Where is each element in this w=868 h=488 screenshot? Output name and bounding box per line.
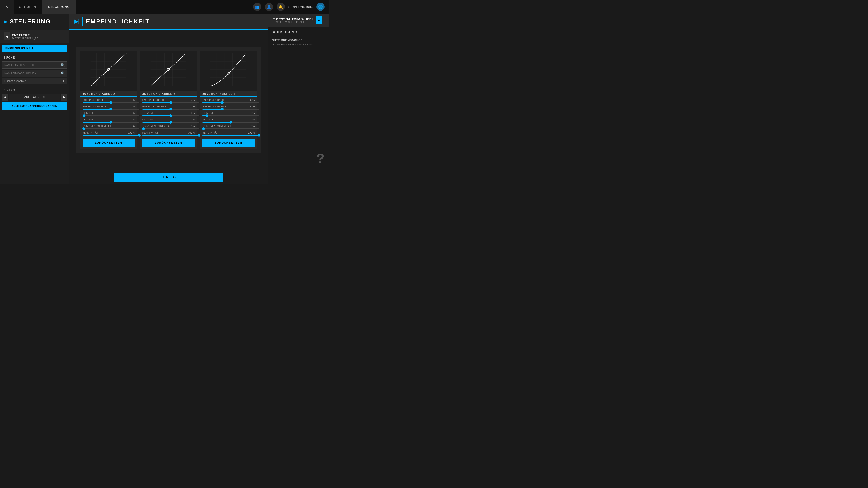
axis-z-chart xyxy=(200,51,257,91)
modal-header-title: EMPFINDLICHKEIT xyxy=(86,18,150,25)
slider-fill xyxy=(83,109,111,109)
slider-empf-plus-z[interactable] xyxy=(202,109,259,109)
modal-overlay: ▶| EMPFINDLICHKEIT xyxy=(69,13,268,184)
slider-thumb[interactable] xyxy=(83,114,86,117)
axis-z-panel: JOYSTICK R-ACHSE Z EMPFINDLICHKEIT - -30… xyxy=(200,51,257,149)
slider-empf-plus-x[interactable] xyxy=(83,109,139,109)
axis-y-params: EMPFINDLICHKEIT - 0 % EMPFINDLICHKEIT + … xyxy=(140,98,197,137)
help-question-mark[interactable]: ? xyxy=(316,151,324,166)
slider-fill xyxy=(83,135,139,136)
profile-name: TASTATUR xyxy=(12,33,38,37)
globe-icon-button[interactable]: 🌐 xyxy=(316,3,324,11)
sidebar-title-label: STEUERUNG xyxy=(10,18,51,25)
param-totzoneext-row: TOTZONENEXTREMITÄT 0 % xyxy=(80,124,137,128)
slider-neutral-x[interactable] xyxy=(83,122,139,123)
svg-point-8 xyxy=(107,68,110,71)
eingabe-search-icon: 🔍 xyxy=(61,71,65,75)
notifications-icon-button[interactable]: 🔔 xyxy=(277,3,285,11)
axis-z-params: EMPFINDLICHKEIT - -30 % EMPFINDLICHKEIT … xyxy=(200,98,257,137)
slider-totzoneext-z[interactable] xyxy=(202,128,259,129)
slider-thumb[interactable] xyxy=(110,101,112,104)
sensitivity-container: JOYSTICK L-ACHSE X EMPFINDLICHKEIT - 0 %… xyxy=(76,47,261,153)
select-arrow-icon: ▼ xyxy=(62,79,65,82)
modal-footer: FERTIG xyxy=(69,170,268,184)
slider-empf-minus-x[interactable] xyxy=(83,102,139,103)
slider-empf-minus-y[interactable] xyxy=(143,102,199,103)
axis-z-label: JOYSTICK R-ACHSE Z xyxy=(200,91,257,97)
device-right-arrow[interactable]: ▶ xyxy=(316,16,322,24)
slider-empf-minus-z[interactable] xyxy=(202,102,259,103)
slider-thumb[interactable] xyxy=(110,108,112,110)
beschreibung-title: SCHREIBUNG xyxy=(268,27,329,36)
profile-sublabel: TASTATUR PROFIL_TO xyxy=(12,37,38,39)
expand-collapse-button[interactable]: ALLE AUFKLAPPEN/ZUKLAPPEN xyxy=(2,102,67,109)
axis-x-label: JOYSTICK L-ACHSE X xyxy=(80,91,137,97)
name-search-input[interactable] xyxy=(4,64,61,66)
param-empf-minus-row: EMPFINDLICHKEIT - 0 % xyxy=(80,98,137,102)
device-info: IT CESSNA TRIM WHEEL CESSNA TRIM WHEEL P… xyxy=(272,18,314,24)
modal-body: JOYSTICK L-ACHSE X EMPFINDLICHKEIT - 0 %… xyxy=(69,30,268,170)
device-name: IT CESSNA TRIM WHEEL xyxy=(272,18,314,21)
param-empf-plus-row: EMPFINDLICHKEIT + 0 % xyxy=(80,104,137,108)
friends-icon-button[interactable]: 👥 xyxy=(253,3,261,11)
slider-totzoneext-x[interactable] xyxy=(83,128,139,129)
nav-right-area: 👥 👤 🔔 SIRPELVIS1986 🌐 xyxy=(253,3,329,11)
sidebar: ▶ STEUERUNG ◀ TASTATUR TASTATUR PROFIL_T… xyxy=(0,13,69,184)
name-search-icon: 🔍 xyxy=(61,63,65,67)
slider-thumb[interactable] xyxy=(82,127,85,130)
filter-left-arrow[interactable]: ◀ xyxy=(2,94,8,101)
slider-totzone-z[interactable] xyxy=(202,115,259,116)
param-neutral-row: NEUTRAL 0 % xyxy=(80,118,137,121)
eingabe-search-input-wrapper: 🔍 xyxy=(2,70,67,77)
reset-y-button[interactable]: ZURÜCKSETZEN xyxy=(143,139,195,147)
top-navigation: ⌂ OPTIONEN STEUERUNG 👥 👤 🔔 SIRPELVIS1986… xyxy=(0,0,329,13)
reset-x-button[interactable]: ZURÜCKSETZEN xyxy=(83,139,135,147)
slider-thumb[interactable] xyxy=(110,121,112,124)
slider-empf-plus-y[interactable] xyxy=(143,109,199,109)
options-label: OPTIONEN xyxy=(19,5,36,8)
slider-reaktiv-z[interactable] xyxy=(202,135,259,136)
slider-reaktiv-y[interactable] xyxy=(143,135,199,136)
options-nav[interactable]: OPTIONEN xyxy=(13,0,41,13)
name-search-input-wrapper: 🔍 xyxy=(2,61,67,69)
filter-title: FILTER xyxy=(0,85,69,93)
profile-icon-button[interactable]: 👤 xyxy=(265,3,273,11)
slider-reaktiv-x[interactable] xyxy=(83,135,139,136)
eingabe-search-input[interactable] xyxy=(4,72,61,74)
filter-right-arrow[interactable]: ▶ xyxy=(61,94,67,101)
param-reaktiv-row: REAKTIVITÄT 100 % xyxy=(80,131,137,134)
fertig-button[interactable]: FERTIG xyxy=(114,173,223,182)
axis-x-chart xyxy=(80,51,137,91)
reset-z-button[interactable]: ZURÜCKSETZEN xyxy=(202,139,254,147)
steuerung-nav[interactable]: STEUERUNG xyxy=(41,0,76,13)
svg-point-17 xyxy=(167,68,169,71)
profile-left-arrow[interactable]: ◀ xyxy=(4,32,10,40)
slider-totzone-y[interactable] xyxy=(143,115,199,116)
slider-totzoneext-y[interactable] xyxy=(143,128,199,129)
eingabe-select[interactable]: Eingabe auswählen ▼ xyxy=(2,78,67,84)
slider-neutral-z[interactable] xyxy=(202,122,259,123)
profile-info: TASTATUR TASTATUR PROFIL_TO xyxy=(12,33,38,39)
slider-thumb[interactable] xyxy=(138,134,141,137)
slider-neutral-y[interactable] xyxy=(143,122,199,123)
sidebar-title: ▶ STEUERUNG xyxy=(0,13,69,30)
param-totzone-row: TOTZONE 0 % xyxy=(80,111,137,115)
slider-totzone-x[interactable] xyxy=(83,115,139,116)
desc-label: CHTE BREMSACHSE xyxy=(268,36,329,43)
axis-x-panel: JOYSTICK L-ACHSE X EMPFINDLICHKEIT - 0 %… xyxy=(80,51,137,149)
svg-point-25 xyxy=(227,72,229,75)
device-panel: IT CESSNA TRIM WHEEL CESSNA TRIM WHEEL P… xyxy=(268,13,329,27)
sidebar-arrow-icon: ▶ xyxy=(4,19,7,24)
desc-text: ntrollieren Sie die rechte Bremsachse. xyxy=(268,43,329,49)
search-section-title: SUCHE xyxy=(0,52,69,61)
modal-header-arrow-icon: ▶| xyxy=(74,19,80,24)
slider-fill xyxy=(83,102,111,103)
axis-x-params: EMPFINDLICHKEIT - 0 % EMPFINDLICHKEIT + … xyxy=(80,98,137,137)
slider-fill xyxy=(83,122,111,123)
right-panel: IT CESSNA TRIM WHEEL CESSNA TRIM WHEEL P… xyxy=(268,13,329,184)
empfindlichkeit-button[interactable]: EMPFINDLICHKEIT xyxy=(2,44,67,52)
home-button[interactable]: ⌂ xyxy=(0,0,13,13)
select-placeholder: Eingabe auswählen xyxy=(4,79,26,82)
axis-y-chart xyxy=(140,51,197,91)
filter-label: ZUGEWIESEN xyxy=(9,94,60,100)
